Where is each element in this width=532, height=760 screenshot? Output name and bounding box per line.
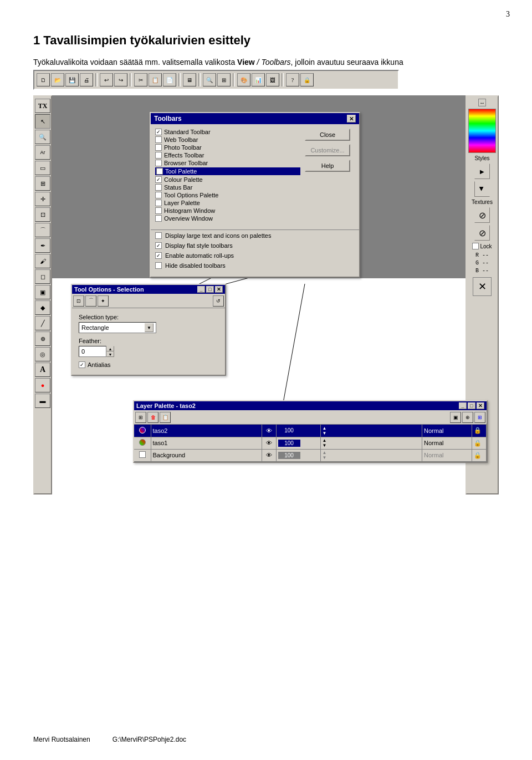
- textures-icon2[interactable]: ⊘: [474, 225, 490, 241]
- lt-select-btn[interactable]: ⊡: [35, 207, 50, 222]
- tb-undo-btn[interactable]: ↩: [100, 73, 113, 86]
- layer-close-btn[interactable]: ✕: [477, 402, 484, 409]
- lt-text-btn[interactable]: TX: [35, 99, 50, 113]
- layer-tb-r1[interactable]: ▣: [450, 412, 461, 423]
- to-lasso-btn[interactable]: ⌒: [85, 295, 96, 307]
- layer-tb-delete[interactable]: 🗑: [147, 412, 158, 423]
- opt-hide-disabled-box[interactable]: [155, 262, 162, 269]
- tb-search-btn[interactable]: ⊞: [217, 73, 231, 86]
- layer-minimize-btn[interactable]: _: [459, 402, 467, 409]
- layer-row-taso2[interactable]: taso2 👁 100 ▲▼ Normal 🔒: [134, 425, 487, 437]
- tb-paste-btn[interactable]: 📄: [163, 73, 176, 86]
- layer-taso2-opacity[interactable]: 100: [276, 425, 320, 437]
- tb-print-btn[interactable]: 🖨: [80, 73, 93, 86]
- lt-eraser-btn[interactable]: ◻: [35, 269, 50, 284]
- check-tool-palette[interactable]: ✓ Tool Palette: [155, 167, 300, 175]
- layer-bg-opacity[interactable]: 100: [276, 449, 320, 461]
- layer-table: taso2 👁 100 ▲▼ Normal 🔒: [134, 425, 487, 462]
- to-magic-btn[interactable]: ✦: [98, 295, 109, 307]
- lt-clone-btn[interactable]: ⊕: [35, 331, 50, 346]
- lock-checkbox[interactable]: [472, 243, 479, 249]
- tb-cut-btn[interactable]: ✂: [134, 73, 147, 86]
- lt-rect-btn[interactable]: ▭: [35, 161, 50, 175]
- check-tool-options-box[interactable]: [155, 192, 162, 198]
- lt-brush-btn[interactable]: 🖌: [35, 254, 50, 268]
- tb-zoom-btn[interactable]: 🔍: [203, 73, 216, 86]
- opt-large-text-box[interactable]: [155, 232, 162, 239]
- tool-opts-restore-btn[interactable]: □: [206, 286, 214, 293]
- layer-taso2-lock[interactable]: 🔒: [472, 425, 487, 437]
- feather-input[interactable]: 0: [79, 346, 106, 357]
- selection-type-arrow[interactable]: ▼: [145, 323, 154, 332]
- lt-circle-btn[interactable]: ●: [35, 378, 50, 392]
- lt-a-btn[interactable]: A: [35, 363, 50, 377]
- check-standard-box[interactable]: ✓: [155, 129, 162, 135]
- layer-tb-r2[interactable]: ⊕: [462, 412, 473, 423]
- lt-pen-btn[interactable]: ✒: [35, 238, 50, 253]
- lt-lasso-btn[interactable]: ⌒: [35, 223, 50, 237]
- lt-zoom-btn[interactable]: 🔍: [35, 130, 50, 144]
- lt-deform-btn[interactable]: ⊞: [35, 176, 50, 191]
- lt-retouch-btn[interactable]: ◎: [35, 347, 50, 361]
- lt-move-btn[interactable]: ✛: [35, 192, 50, 206]
- tb-copy-btn[interactable]: 📋: [149, 73, 162, 86]
- layer-taso2-vis[interactable]: 👁: [262, 425, 276, 437]
- right-resize-icon[interactable]: ↔: [478, 99, 486, 106]
- help-button[interactable]: Help: [305, 160, 350, 172]
- layer-restore-btn[interactable]: □: [468, 402, 475, 409]
- tb-save-btn[interactable]: 💾: [65, 73, 79, 86]
- customize-button[interactable]: Customize...: [305, 144, 350, 156]
- tool-opts-minimize-btn[interactable]: _: [197, 286, 205, 293]
- layer-row-background[interactable]: Background 👁 100 ▲▼ Normal 🔒: [134, 449, 487, 461]
- feather-up-btn[interactable]: ▲: [106, 346, 114, 351]
- lt-last-btn[interactable]: ▬: [35, 394, 50, 408]
- check-tool-palette-box[interactable]: ✓: [156, 168, 163, 175]
- tb-chart-btn[interactable]: 📊: [252, 73, 265, 86]
- tb-colors-btn[interactable]: 🎨: [237, 73, 250, 86]
- check-effects-box[interactable]: [155, 152, 162, 159]
- layer-tb-copy[interactable]: 📋: [160, 412, 171, 423]
- styles-icon1[interactable]: ▶: [474, 164, 490, 179]
- close-button[interactable]: Close: [305, 129, 350, 141]
- styles-icon2[interactable]: ▶: [474, 181, 490, 197]
- tb-lock-btn[interactable]: 🔒: [300, 73, 314, 86]
- to-reset-btn[interactable]: ↺: [213, 295, 224, 307]
- layer-bg-lock[interactable]: 🔒: [472, 449, 487, 461]
- selection-type-select[interactable]: Rectangle ▼: [79, 322, 156, 333]
- check-status-bar-box[interactable]: [155, 184, 162, 191]
- tb-img-btn[interactable]: 🖼: [266, 73, 279, 86]
- feather-down-btn[interactable]: ▼: [106, 351, 114, 357]
- textures-icon1[interactable]: ⊘: [474, 207, 490, 223]
- layer-tb-r3[interactable]: ⊞: [474, 412, 485, 423]
- check-web-box[interactable]: [155, 136, 162, 143]
- tb-open-btn[interactable]: 📂: [51, 73, 64, 86]
- check-overview-box[interactable]: [155, 215, 162, 222]
- lt-fill-btn[interactable]: ▣: [35, 285, 50, 299]
- layer-bg-vis[interactable]: 👁: [262, 449, 276, 461]
- layer-taso1-vis[interactable]: 👁: [262, 437, 276, 449]
- tb-help-btn[interactable]: ?: [286, 73, 299, 86]
- check-photo-box[interactable]: [155, 144, 162, 151]
- lt-line-btn[interactable]: ╱: [35, 316, 50, 330]
- lt-arrow-btn[interactable]: ↖: [35, 114, 50, 129]
- lt-shape-btn[interactable]: ◆: [35, 300, 50, 315]
- check-histogram-box[interactable]: [155, 207, 162, 214]
- layer-tb-new[interactable]: ⊞: [135, 412, 146, 423]
- lt-text2-btn[interactable]: Ar: [35, 145, 50, 160]
- tool-opts-close-btn[interactable]: ✕: [215, 286, 223, 293]
- to-select-btn[interactable]: ⊡: [73, 295, 84, 307]
- layer-taso1-opacity[interactable]: 100: [276, 437, 320, 449]
- check-layer-palette-box[interactable]: [155, 200, 162, 206]
- tb-view-btn[interactable]: 🖥: [183, 73, 196, 86]
- tb-redo-btn[interactable]: ↪: [114, 73, 127, 86]
- tb-new-btn[interactable]: 🗋: [37, 73, 50, 86]
- opt-auto-rollup-box[interactable]: ✓: [155, 252, 162, 259]
- opt-flat-style-box[interactable]: ✓: [155, 242, 162, 249]
- check-browser-box[interactable]: [155, 160, 162, 166]
- layer-taso1-lock[interactable]: 🔒: [472, 437, 487, 449]
- check-colour-palette-box[interactable]: ✓: [155, 176, 162, 183]
- antialias-checkbox[interactable]: ✓: [79, 361, 85, 368]
- color-wheel[interactable]: [468, 109, 496, 153]
- layer-row-taso1[interactable]: taso1 👁 100 ▲▼ Normal 🔒: [134, 437, 487, 449]
- toolbars-close-btn[interactable]: ✕: [347, 115, 356, 123]
